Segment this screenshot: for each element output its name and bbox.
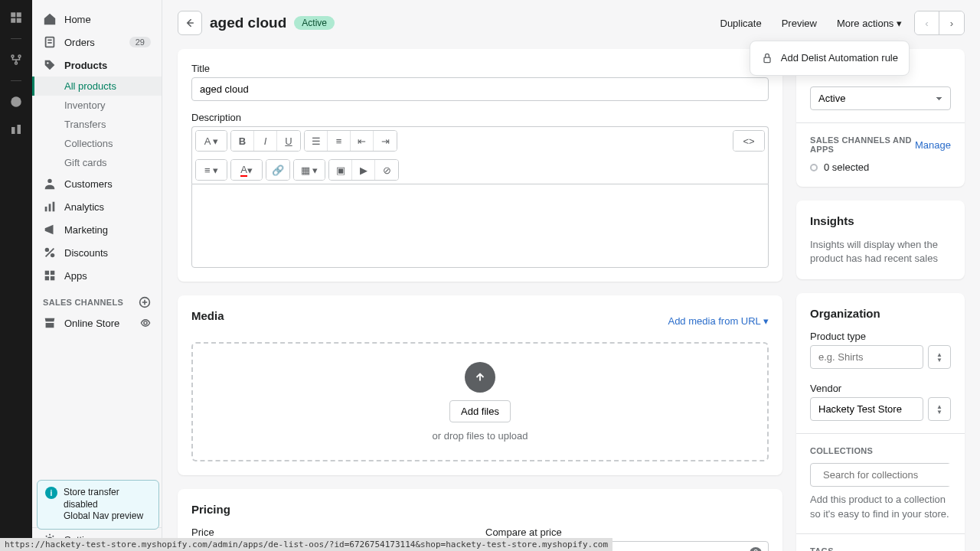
svg-point-5: [18, 55, 21, 57]
svg-point-6: [15, 62, 18, 64]
nav-orders[interactable]: Orders 29: [32, 31, 162, 54]
add-media-url-link[interactable]: Add media from URL ▾: [668, 315, 769, 327]
rte-indent-button[interactable]: ⇥: [374, 131, 397, 151]
collections-hint: Add this product to a collection so it's…: [810, 493, 951, 520]
rte-align-button[interactable]: ≡ ▾: [196, 160, 227, 180]
nav-marketing[interactable]: Marketing: [32, 218, 162, 241]
svg-rect-13: [53, 202, 55, 212]
product-type-input[interactable]: [810, 345, 923, 369]
nav-home[interactable]: Home: [32, 8, 162, 31]
title-input[interactable]: [191, 77, 769, 101]
page-title: aged cloud: [210, 15, 286, 31]
vendor-browse-button[interactable]: ▲▼: [928, 397, 951, 421]
help-icon[interactable]: ?: [750, 547, 762, 552]
nav-analytics[interactable]: Analytics: [32, 195, 162, 218]
svg-point-14: [45, 248, 49, 252]
sales-channels-heading: SALES CHANNELS AND APPS Manage: [810, 135, 951, 154]
description-editor[interactable]: [191, 184, 769, 268]
main-content: aged cloud Active Duplicate Preview More…: [162, 0, 980, 551]
nav-products[interactable]: Products: [32, 54, 162, 77]
organization-card: Organization Product type ▲▼ Vendor ▲▼ C…: [796, 293, 965, 551]
info-icon: i: [45, 487, 57, 499]
view-store-icon[interactable]: [140, 318, 151, 328]
store-icon: [43, 316, 57, 330]
nav-customers[interactable]: Customers: [32, 172, 162, 195]
nav-inventory[interactable]: Inventory: [32, 96, 162, 115]
rail-icon-2[interactable]: [9, 95, 23, 109]
rte-clear-button[interactable]: ⊘: [375, 160, 398, 180]
nav-discounts[interactable]: Discounts: [32, 241, 162, 264]
rte-html-button[interactable]: <>: [733, 131, 764, 151]
nav-orders-label: Orders: [64, 37, 95, 48]
discounts-icon: [43, 246, 57, 259]
nav-home-label: Home: [64, 14, 91, 25]
upload-icon: [465, 362, 495, 393]
collections-search-input[interactable]: [822, 464, 953, 486]
product-pager: ‹ ›: [914, 11, 965, 35]
next-product-button[interactable]: ›: [939, 11, 964, 34]
prev-product-button[interactable]: ‹: [915, 11, 939, 34]
dropzone-hint: or drop files to upload: [432, 430, 528, 442]
svg-point-21: [144, 321, 147, 324]
nav-online-store-label: Online Store: [64, 318, 119, 329]
nav-products-label: Products: [64, 60, 107, 71]
add-channel-icon[interactable]: [139, 296, 151, 308]
add-files-button[interactable]: Add files: [449, 400, 511, 422]
rte-underline-button[interactable]: U: [277, 131, 300, 151]
back-button[interactable]: [178, 11, 202, 35]
nav-online-store[interactable]: Online Store: [32, 311, 162, 334]
svg-rect-19: [51, 276, 54, 280]
rail-icon-1[interactable]: [9, 53, 23, 67]
media-dropzone[interactable]: Add files or drop files to upload: [191, 342, 769, 461]
add-delist-rule-item[interactable]: Add Delist Automation rule: [750, 46, 909, 70]
apps-icon: [43, 269, 57, 282]
status-dot-icon: [810, 164, 818, 171]
rte-color-button[interactable]: A ▾: [231, 160, 262, 180]
lock-icon: [761, 52, 773, 64]
home-icon: [43, 12, 57, 26]
vendor-input[interactable]: [810, 397, 923, 421]
toast-line1: Store transfer disabled: [64, 487, 151, 510]
nav-apps-label: Apps: [64, 270, 87, 282]
rte-paragraph-button[interactable]: A ▾: [196, 131, 227, 151]
nav-apps[interactable]: Apps: [32, 264, 162, 287]
products-icon: [43, 58, 57, 72]
collections-search-wrap: [810, 463, 951, 487]
preview-button[interactable]: Preview: [774, 13, 825, 34]
nav-collections[interactable]: Collections: [32, 134, 162, 153]
rte-link-button[interactable]: 🔗: [266, 160, 289, 180]
rte-number-list-button[interactable]: ≡: [328, 131, 351, 151]
rte-bullet-list-button[interactable]: ☰: [305, 131, 328, 151]
duplicate-button[interactable]: Duplicate: [713, 13, 769, 34]
orders-icon: [43, 35, 57, 49]
svg-rect-0: [11, 12, 15, 17]
tags-heading: TAGS: [810, 546, 951, 551]
nav-all-products[interactable]: All products: [32, 77, 162, 96]
nav-transfers[interactable]: Transfers: [32, 115, 162, 134]
rail-icon-3[interactable]: [9, 122, 23, 136]
rte-video-button[interactable]: ▶: [352, 160, 375, 180]
nav-analytics-label: Analytics: [64, 201, 104, 213]
svg-point-7: [11, 96, 21, 107]
manage-channels-link[interactable]: Manage: [915, 139, 951, 151]
insights-card: Insights Insights will display when the …: [796, 201, 965, 279]
rte-outdent-button[interactable]: ⇤: [351, 131, 374, 151]
insights-heading: Insights: [810, 214, 951, 227]
svg-rect-3: [17, 18, 21, 23]
more-actions-button[interactable]: More actions ▾: [829, 13, 910, 34]
toast-line2: Global Nav preview: [64, 510, 151, 523]
product-type-label: Product type: [810, 331, 951, 342]
product-status-select[interactable]: Active: [810, 86, 951, 110]
collections-heading: COLLECTIONS: [810, 446, 951, 455]
product-type-browse-button[interactable]: ▲▼: [928, 345, 951, 369]
nav-gift-cards[interactable]: Gift cards: [32, 153, 162, 172]
rte-table-button[interactable]: ▦ ▾: [294, 160, 325, 180]
rte-image-button[interactable]: ▣: [329, 160, 352, 180]
sales-channels-heading: SALES CHANNELS: [32, 287, 162, 311]
nav-marketing-label: Marketing: [64, 224, 108, 236]
status-badge: Active: [294, 16, 335, 30]
rte-bold-button[interactable]: B: [231, 131, 254, 151]
rte-italic-button[interactable]: I: [254, 131, 277, 151]
organization-heading: Organization: [810, 307, 951, 320]
shopify-logo-icon[interactable]: [9, 11, 23, 24]
